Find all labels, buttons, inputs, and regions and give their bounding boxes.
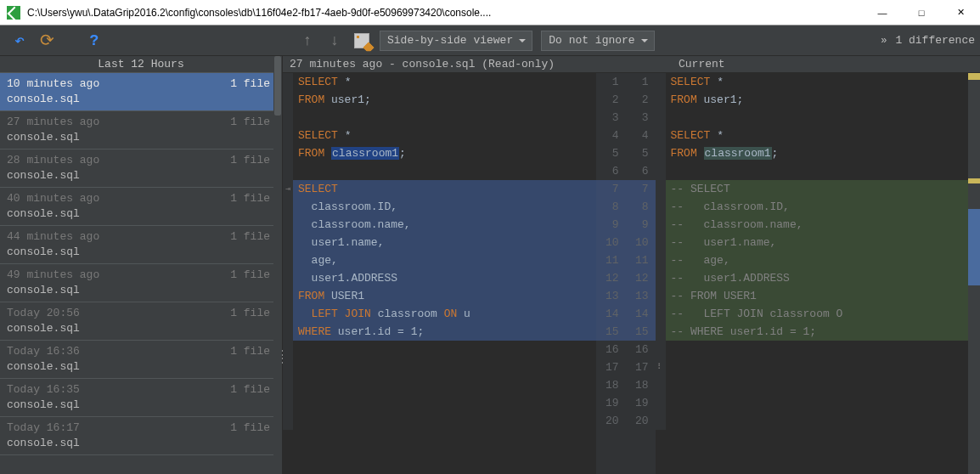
gutter-line-pair: 1616 [596,341,656,358]
code-line [283,162,596,180]
code-line [283,412,596,430]
history-item-meta: 1 file [230,306,270,321]
history-item-time: Today 20:56 [7,306,80,321]
history-item[interactable]: Today 16:171 file console.sql [0,417,282,455]
code-line [283,109,596,127]
gutter-line-pair: 22 [596,91,656,109]
code-line: LEFT JOIN classroom ON u [283,305,596,323]
diff-right-title: Current [679,58,980,71]
history-item[interactable]: 10 minutes ago1 file console.sql [0,73,282,111]
window-maximize-button[interactable]: □ [902,0,941,25]
ignore-mode-dropdown[interactable]: Do not ignore [541,31,654,51]
code-line: classroom.ID, [283,198,596,216]
code-line [283,341,596,358]
code-line [656,162,969,180]
code-line: FROM classroom1; [283,144,596,162]
code-line: -- classroom.name, [656,216,969,234]
history-item-file: console.sql [7,321,270,336]
help-icon[interactable]: ? [85,31,104,50]
code-line [656,376,969,394]
history-item[interactable]: 40 minutes ago1 file console.sql [0,188,282,226]
diff-right-pane[interactable]: SELECT *FROM user1;SELECT *FROM classroo… [656,73,969,474]
history-item[interactable]: 27 minutes ago1 file console.sql [0,111,282,150]
history-item[interactable]: Today 16:361 file console.sql [0,341,282,379]
history-item-file: console.sql [7,92,270,107]
window-close-button[interactable]: ✕ [941,0,980,25]
code-line [656,341,969,358]
window-titlebar: C:\Users\ywu\.DataGrip2016.2\config\cons… [0,0,980,25]
diff-left-title: 27 minutes ago - console.sql (Read-only) [290,58,679,71]
gutter-line-pair: 1919 [596,394,656,412]
gutter-line-pair: 1212 [596,269,656,287]
revert-icon[interactable]: ⟳ [37,31,56,50]
history-item-meta: 1 file [230,344,270,359]
gutter-line-pair: 1414 [596,305,656,323]
history-item-meta: 1 file [230,115,270,130]
history-item-file: console.sql [7,130,270,145]
history-item-time: Today 16:36 [7,344,80,359]
gutter-line-pair: 55 [596,144,656,162]
code-line: -- user1.ADDRESS [656,269,969,287]
history-item[interactable]: 44 minutes ago1 file console.sql [0,226,282,264]
history-item[interactable]: Today 16:351 file console.sql [0,379,282,417]
prev-change-icon[interactable]: ↑ [298,31,317,50]
diff-overview-stripe[interactable] [968,73,980,474]
viewer-mode-label: Side-by-side viewer [387,34,513,47]
code-line [283,358,596,376]
history-item-file: console.sql [7,168,270,183]
viewer-mode-dropdown[interactable]: Side-by-side viewer [380,31,532,51]
gutter-line-pair: 2020 [596,412,656,430]
window-title: C:\Users\ywu\.DataGrip2016.2\config\cons… [25,7,863,19]
code-line: SELECT * [283,127,596,144]
edit-source-icon[interactable] [352,31,371,50]
code-line: -- age, [656,251,969,269]
history-item[interactable]: Today 20:561 file console.sql [0,302,282,341]
gutter-line-pair: 33 [596,109,656,127]
history-item-file: console.sql [7,436,270,451]
code-line [656,412,969,430]
code-line: age, [283,251,596,269]
history-list: 10 minutes ago1 file console.sql27 minut… [0,73,282,455]
code-line [283,376,596,394]
history-item-time: 49 minutes ago [7,268,99,283]
diff-gutter: 1122334455667788991010111112121313141415… [596,73,656,474]
main-area: Last 12 Hours 10 minutes ago1 file conso… [0,56,980,474]
gutter-line-pair: 1111 [596,251,656,269]
diff-left-pane[interactable]: SELECT *FROM user1;SELECT *FROM classroo… [283,73,596,474]
gutter-line-pair: 99 [596,216,656,234]
code-line: -- user1.name, [656,234,969,251]
gutter-line-pair: 1010 [596,234,656,251]
code-line: SELECT * [656,73,969,91]
undo-icon[interactable]: ↶ [10,31,29,50]
code-line: FROM classroom1; [656,144,969,162]
history-item-meta: 1 file [230,229,270,245]
code-line: SELECT * [283,73,596,91]
history-item[interactable]: 28 minutes ago1 file console.sql [0,150,282,188]
code-line: FROM user1; [656,91,969,109]
window-minimize-button[interactable]: — [863,0,902,25]
history-item-time: Today 16:35 [7,382,80,398]
code-line: -- classroom.ID, [656,198,969,216]
history-sidebar: Last 12 Hours 10 minutes ago1 file conso… [0,56,283,474]
history-item-meta: 1 file [230,76,270,92]
code-line: -- FROM USER1 [656,287,969,305]
history-item-meta: 1 file [230,191,270,206]
history-item[interactable]: 49 minutes ago1 file console.sql [0,264,282,302]
code-line [656,394,969,412]
next-change-icon[interactable]: ↓ [325,31,344,50]
gutter-line-pair: 44 [596,127,656,144]
history-item-meta: 1 file [230,153,270,168]
history-item-time: 27 minutes ago [7,115,99,130]
history-group-header: Last 12 Hours [0,56,282,73]
code-line: classroom.name, [283,216,596,234]
history-item-file: console.sql [7,398,270,413]
expand-toolbar-icon[interactable]: » [876,35,888,47]
gutter-line-pair: 88 [596,198,656,216]
gutter-line-pair: 11 [596,73,656,91]
code-line: WHERE user1.id = 1; [283,323,596,341]
history-item-time: 40 minutes ago [7,191,99,206]
history-item-file: console.sql [7,206,270,222]
toolbar: ↶ ⟳ ? ↑ ↓ Side-by-side viewer Do not ign… [0,25,980,56]
sidebar-scrollbar[interactable] [273,56,282,474]
code-line: -- LEFT JOIN classroom O [656,305,969,323]
